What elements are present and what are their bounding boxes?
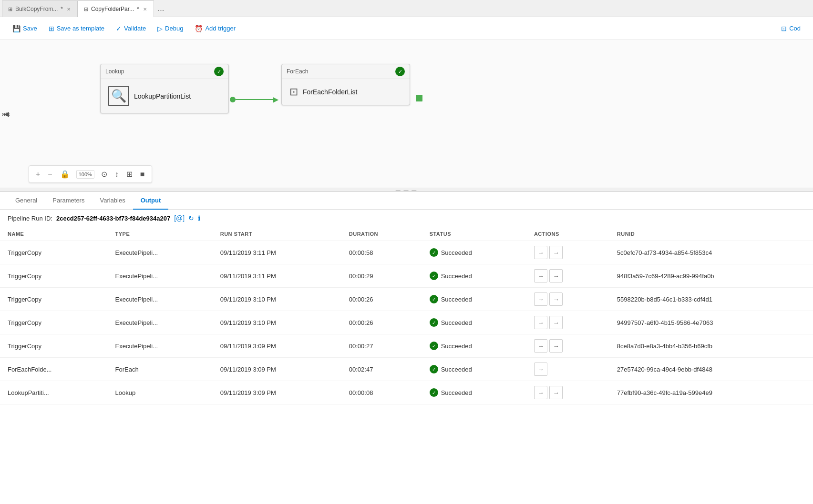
cell-status: ✓Succeeded [422,381,526,404]
refresh-button[interactable]: ↻ [188,214,194,222]
validate-button[interactable]: ✓ Validate [111,22,151,35]
status-success: ✓Succeeded [430,365,519,373]
cell-type: Lookup [107,381,212,404]
cell-runid: 948f3a59-7c69-4289-ac99-994fa0b [609,264,813,288]
cell-actions: →→ [526,264,609,288]
canvas-toolbar: + − 🔒 100% ⊙ ↕ ⊞ ■ [29,165,152,183]
action-redirect-btn[interactable]: → [534,292,547,306]
main-area: ◀ als Lookup ✓ 🔍 LookupPartitionList ▶ [0,40,813,504]
trigger-icon: ⏰ [195,25,203,32]
copy-run-id-button[interactable]: [@] [174,214,185,222]
canvas-select-tool[interactable]: ⊞ [125,169,134,180]
tab-output[interactable]: Output [133,192,169,210]
canvas-remove-tool[interactable]: − [47,169,53,180]
action-input-btn[interactable]: → [549,316,563,329]
col-duration: DURATION [341,227,422,241]
cell-actions: →→ [526,288,609,311]
cell-status: ✓Succeeded [422,358,526,381]
save-template-icon: ⊞ [49,25,54,32]
debug-icon: ▷ [157,25,163,32]
activity-runs-table: NAME TYPE RUN START DURATION STATUS ACTI… [0,227,813,404]
node-foreach[interactable]: ForEach ✓ ⊡ ForEachFolderList [281,64,410,105]
cell-run-start: 09/11/2019 3:09 PM [213,381,341,404]
save-template-button[interactable]: ⊞ Save as template [44,22,109,35]
cell-actions: →→ [526,334,609,358]
cell-runid: 94997507-a6f0-4b15-9586-4e7063 [609,311,813,334]
cell-name: TriggerCopy [0,288,107,311]
canvas-zoom-tool[interactable]: 100% [76,170,94,179]
cell-name: TriggerCopy [0,311,107,334]
foreach-right-connector [416,95,422,101]
tab-close-2[interactable]: ✕ [142,6,148,13]
node-lookup-status: ✓ [214,67,224,76]
tab-variables[interactable]: Variables [92,192,133,210]
action-input-btn[interactable]: → [549,292,563,306]
tab-general[interactable]: General [8,192,45,210]
tab-bar: ⊞ BulkCopyFrom... * ✕ ⊞ CopyFolderPar...… [0,0,813,17]
canvas-add-tool[interactable]: + [35,169,41,180]
tab-close-1[interactable]: ✕ [66,6,72,13]
status-success-icon: ✓ [430,248,438,257]
cell-duration: 00:00:27 [341,334,422,358]
more-tabs[interactable]: ... [158,4,164,13]
cell-type: ExecutePipeli... [107,334,212,358]
connector-dot-left [230,97,236,102]
save-button[interactable]: 💾 Save [8,22,42,35]
canvas-arrange-tool[interactable]: ↕ [114,169,120,180]
code-label: Cod [789,25,801,32]
status-success: ✓Succeeded [430,295,519,303]
node-lookup-name: LookupPartitionList [134,92,191,100]
canvas-fit-tool[interactable]: ⊙ [100,169,108,180]
status-success-icon: ✓ [430,342,438,350]
bottom-panel: General Parameters Variables Output Pipe… [0,192,813,504]
status-text: Succeeded [441,296,472,303]
code-button[interactable]: ⊡ Cod [776,22,805,35]
cell-run-start: 09/11/2019 3:09 PM [213,334,341,358]
cell-run-start: 09/11/2019 3:10 PM [213,311,341,334]
action-redirect-btn[interactable]: → [534,269,547,282]
cell-actions: → [526,358,609,381]
resize-handle[interactable]: — — — [0,188,813,192]
cell-duration: 00:00:26 [341,311,422,334]
action-redirect-btn[interactable]: → [534,339,547,353]
save-template-label: Save as template [57,25,104,32]
cell-type: ExecutePipeli... [107,241,212,264]
action-redirect-btn[interactable]: → [534,363,547,376]
col-run-start: RUN START [213,227,341,241]
cell-name: TriggerCopy [0,264,107,288]
node-lookup[interactable]: Lookup ✓ 🔍 LookupPartitionList [100,64,229,113]
left-panel-label: als [0,111,12,118]
cell-duration: 00:00:29 [341,264,422,288]
node-lookup-body: 🔍 LookupPartitionList [101,79,228,113]
action-redirect-btn[interactable]: → [534,246,547,259]
status-text: Succeeded [441,272,472,280]
canvas-area[interactable]: ◀ als Lookup ✓ 🔍 LookupPartitionList ▶ [0,40,813,188]
cell-actions: →→ [526,381,609,404]
info-button[interactable]: ℹ [198,214,200,222]
action-redirect-btn[interactable]: → [534,386,547,399]
action-input-btn[interactable]: → [549,386,563,399]
canvas-rectangle-tool[interactable]: ■ [139,169,146,180]
tab-copyfolder[interactable]: ⊞ CopyFolderPar... * ✕ [78,0,154,17]
table-row: ForEachFolde...ForEach09/11/2019 3:09 PM… [0,358,813,381]
table-row: TriggerCopyExecutePipeli...09/11/2019 3:… [0,311,813,334]
cell-actions: →→ [526,311,609,334]
table-row: TriggerCopyExecutePipeli...09/11/2019 3:… [0,264,813,288]
node-lookup-header: Lookup ✓ [101,64,228,79]
action-input-btn[interactable]: → [549,269,563,282]
tab-bulkcopy[interactable]: ⊞ BulkCopyFrom... * ✕ [2,0,78,17]
col-status: STATUS [422,227,526,241]
tab-modified-1: * [61,6,63,12]
toolbar: 💾 Save ⊞ Save as template ✓ Validate ▷ D… [0,17,813,40]
action-input-btn[interactable]: → [549,246,563,259]
tab-label-2: CopyFolderPar... [91,6,134,12]
cell-runid: 5598220b-b8d5-46c1-b333-cdf4d1 [609,288,813,311]
validate-icon: ✓ [116,25,122,32]
debug-button[interactable]: ▷ Debug [153,22,188,35]
action-input-btn[interactable]: → [549,339,563,353]
canvas-lock-tool[interactable]: 🔒 [59,169,71,180]
add-trigger-button[interactable]: ⏰ Add trigger [190,22,240,35]
action-redirect-btn[interactable]: → [534,316,547,329]
tab-parameters[interactable]: Parameters [45,192,92,210]
cell-duration: 00:00:08 [341,381,422,404]
